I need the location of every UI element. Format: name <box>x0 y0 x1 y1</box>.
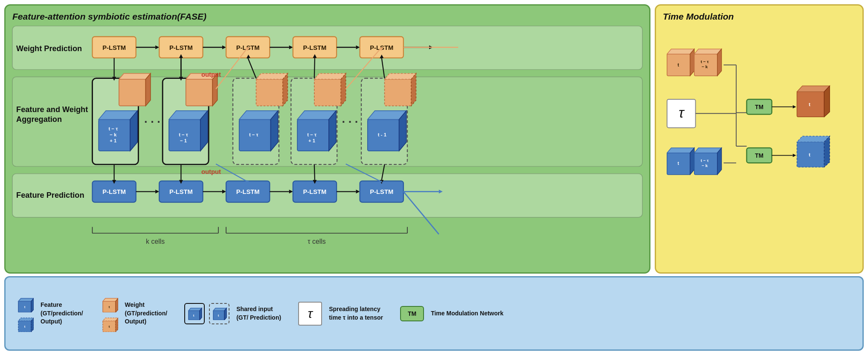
svg-marker-58 <box>283 73 287 106</box>
time-modulation-panel: Time Modulation t t − τ − k <box>655 4 864 274</box>
legend-weight-label: Weight(GT/prediction/Output) <box>125 301 168 326</box>
svg-text:. . .: . . . <box>342 112 358 125</box>
legend-feature: t t Feature(GT/prediction/Output) <box>16 295 83 332</box>
legend-feature-label: Feature(GT/prediction/Output) <box>41 301 83 326</box>
svg-marker-46 <box>212 73 217 106</box>
svg-text:output: output <box>201 168 221 175</box>
legend-spreading: τ Spreading latencytime τ into a tensor <box>298 302 383 326</box>
svg-text:t: t <box>218 314 219 317</box>
svg-text:Aggregation: Aggregation <box>16 115 62 124</box>
svg-text:TM: TM <box>755 104 763 110</box>
legend-panel: t t Feature(GT/prediction/Output) <box>4 276 864 351</box>
svg-text:P-LSTM: P-LSTM <box>370 188 393 195</box>
legend-spreading-label: Spreading latencytime τ into a tensor <box>329 305 383 322</box>
svg-text:t − τ: t − τ <box>701 59 709 64</box>
svg-text:t: t <box>24 305 26 309</box>
legend-shared-label: Shared input(GT/ Prediction) <box>236 305 281 322</box>
svg-marker-76 <box>411 73 416 106</box>
svg-marker-153 <box>694 148 722 153</box>
svg-text:P-LSTM: P-LSTM <box>169 44 193 51</box>
svg-text:Weight Prediction: Weight Prediction <box>16 44 82 53</box>
svg-text:TM: TM <box>755 153 763 159</box>
svg-line-118 <box>314 165 315 180</box>
svg-marker-163 <box>793 105 796 109</box>
svg-text:t - 1: t - 1 <box>378 132 386 137</box>
svg-text:Feature and Weight: Feature and Weight <box>16 105 88 114</box>
svg-text:t: t <box>809 101 810 107</box>
svg-marker-75 <box>385 73 416 79</box>
svg-text:t − τ: t − τ <box>108 126 118 131</box>
svg-marker-166 <box>824 86 830 117</box>
svg-marker-198 <box>224 308 226 320</box>
svg-marker-65 <box>314 73 346 79</box>
svg-text:− k: − k <box>702 163 708 168</box>
svg-rect-44 <box>186 79 212 106</box>
svg-marker-135 <box>690 49 694 76</box>
svg-text:+ 1: + 1 <box>308 138 315 143</box>
svg-text:t − τ: t − τ <box>307 132 316 137</box>
svg-text:− 1: − 1 <box>180 138 187 143</box>
svg-marker-186 <box>116 298 118 312</box>
svg-text:t: t <box>678 161 679 166</box>
svg-text:− k: − k <box>110 132 117 137</box>
svg-marker-172 <box>824 136 830 167</box>
svg-text:output: output <box>201 71 221 78</box>
svg-text:. . .: . . . <box>144 112 160 125</box>
svg-marker-134 <box>667 49 694 54</box>
svg-text:t: t <box>193 314 195 317</box>
svg-marker-194 <box>200 308 202 320</box>
svg-text:P-LSTM: P-LSTM <box>303 188 327 195</box>
svg-marker-33 <box>145 73 150 106</box>
svg-text:− k: − k <box>702 64 708 69</box>
svg-text:P-LSTM: P-LSTM <box>236 188 260 195</box>
fase-title: Feature-attention symbiotic estimation(F… <box>12 12 642 22</box>
tm-title: Time Modulation <box>663 12 856 22</box>
svg-marker-169 <box>793 154 796 157</box>
svg-rect-170 <box>797 142 824 167</box>
svg-rect-31 <box>119 79 145 106</box>
fase-diagram: Weight Prediction Feature and Weight Agg… <box>12 26 642 278</box>
legend-tm: TM Time Modulation Network <box>400 306 503 321</box>
svg-text:Feature Prediction: Feature Prediction <box>16 191 84 199</box>
svg-text:P-LSTM: P-LSTM <box>169 188 193 195</box>
svg-marker-150 <box>690 148 694 175</box>
tm-diagram: t t − τ − k τ t <box>663 26 856 266</box>
svg-marker-149 <box>667 148 694 153</box>
svg-rect-164 <box>797 92 824 117</box>
legend-weight: t t Weight(GT/prediction/Output) <box>100 295 168 332</box>
legend-tm-label: Time Modulation Network <box>431 309 503 318</box>
svg-marker-66 <box>341 73 345 106</box>
svg-text:t: t <box>24 325 26 329</box>
svg-marker-190 <box>116 318 118 332</box>
svg-text:k cells: k cells <box>146 238 165 245</box>
svg-text:+ 1: + 1 <box>110 138 116 143</box>
svg-text:t: t <box>108 325 110 329</box>
svg-rect-74 <box>385 79 411 106</box>
legend-shared: t t Shared input(GT/ Prediction) <box>184 303 281 324</box>
svg-marker-182 <box>31 318 34 332</box>
svg-marker-32 <box>119 73 151 79</box>
svg-text:τ cells: τ cells <box>308 238 326 245</box>
svg-marker-57 <box>256 73 287 79</box>
svg-text:t − τ: t − τ <box>701 158 709 163</box>
svg-text:t − τ: t − τ <box>179 132 188 137</box>
svg-text:P-LSTM: P-LSTM <box>102 44 126 51</box>
svg-line-86 <box>314 58 315 78</box>
svg-text:P-LSTM: P-LSTM <box>102 188 126 195</box>
svg-marker-154 <box>717 148 722 175</box>
svg-text:t: t <box>809 152 810 157</box>
svg-marker-138 <box>694 49 722 54</box>
svg-marker-178 <box>31 298 34 312</box>
svg-text:t: t <box>678 62 679 67</box>
svg-rect-56 <box>256 79 282 106</box>
svg-text:t: t <box>108 305 110 309</box>
svg-text:t − τ: t − τ <box>249 132 258 137</box>
svg-text:P-LSTM: P-LSTM <box>303 44 327 51</box>
svg-marker-139 <box>717 49 722 76</box>
svg-rect-64 <box>314 79 341 106</box>
fase-panel: Feature-attention symbiotic estimation(F… <box>4 4 650 274</box>
